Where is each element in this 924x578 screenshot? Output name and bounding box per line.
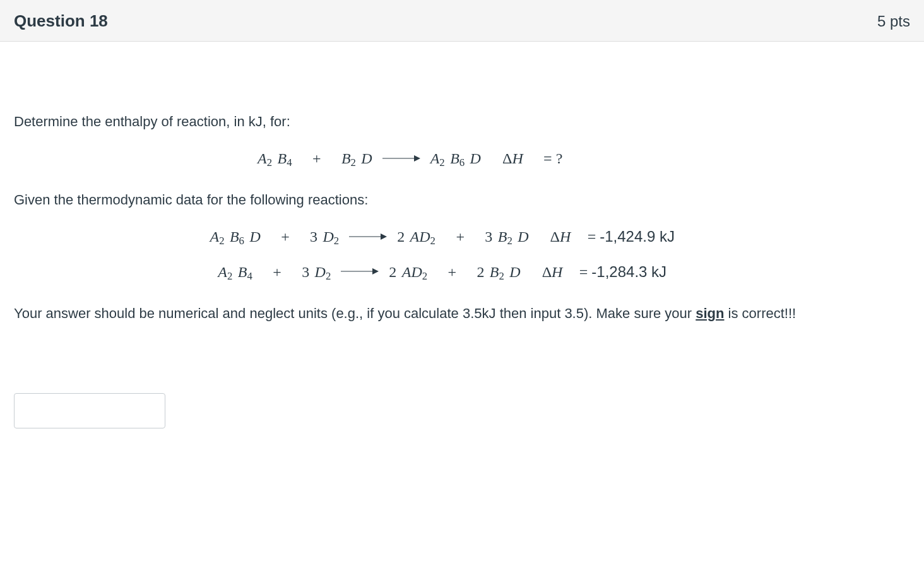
question-title: Question 18: [14, 11, 108, 31]
species: A2: [258, 150, 272, 167]
intro-text: Determine the enthalpy of reaction, in k…: [14, 111, 910, 132]
plus-sign: +: [312, 150, 321, 167]
delta-h-value: = ?: [543, 150, 562, 167]
species: A2: [430, 150, 445, 167]
question-header: Question 18 5 pts: [0, 0, 924, 42]
given-reactions: A2B6D + 3D2 2AD2 + 3B2D ΔH= -1,424.9 kJ …: [14, 221, 910, 288]
species: B4: [278, 150, 292, 167]
species: B6: [450, 150, 465, 167]
delta-h-label: ΔH: [502, 150, 523, 167]
question-body: Determine the enthalpy of reaction, in k…: [0, 42, 924, 454]
species: D: [470, 150, 481, 167]
given-label: Given the thermodynamic data for the fol…: [14, 189, 910, 210]
reaction-row: A2B4 + 3D2 2AD2 + 2B2D ΔH= -1,284.3 kJ: [14, 257, 910, 288]
reaction-arrow-icon: [349, 229, 387, 244]
species: D: [361, 150, 372, 167]
species: B2: [341, 150, 356, 167]
reaction-arrow-icon: [341, 264, 379, 279]
question-points: 5 pts: [877, 13, 910, 30]
emphasis-sign: sign: [696, 305, 724, 321]
reaction-row: A2B6D + 3D2 2AD2 + 3B2D ΔH= -1,424.9 kJ: [14, 221, 910, 252]
answer-input[interactable]: [14, 393, 165, 428]
delta-h-value: -1,284.3 kJ: [591, 263, 666, 280]
delta-h-value: -1,424.9 kJ: [600, 228, 675, 245]
answer-area: [14, 393, 910, 428]
reaction-arrow-icon: [382, 151, 420, 166]
target-reaction: A2B4 + B2D A2B6D ΔH = ?: [14, 143, 910, 174]
answer-instructions: Your answer should be numerical and negl…: [14, 303, 910, 324]
